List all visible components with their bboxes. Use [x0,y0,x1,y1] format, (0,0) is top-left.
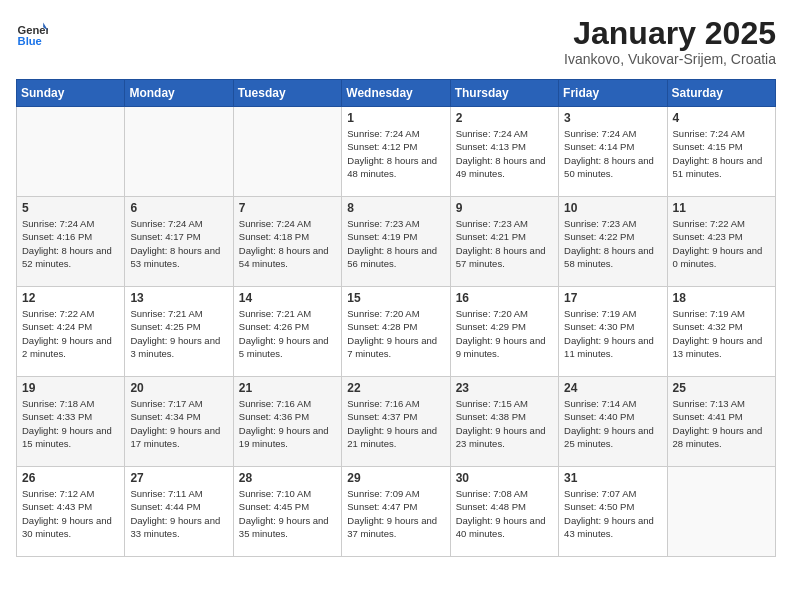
day-header-saturday: Saturday [667,80,775,107]
calendar-cell: 24Sunrise: 7:14 AM Sunset: 4:40 PM Dayli… [559,377,667,467]
day-header-sunday: Sunday [17,80,125,107]
day-info: Sunrise: 7:07 AM Sunset: 4:50 PM Dayligh… [564,487,661,540]
day-number: 22 [347,381,444,395]
day-info: Sunrise: 7:24 AM Sunset: 4:15 PM Dayligh… [673,127,770,180]
day-info: Sunrise: 7:24 AM Sunset: 4:12 PM Dayligh… [347,127,444,180]
calendar-cell: 30Sunrise: 7:08 AM Sunset: 4:48 PM Dayli… [450,467,558,557]
calendar-cell: 16Sunrise: 7:20 AM Sunset: 4:29 PM Dayli… [450,287,558,377]
day-number: 12 [22,291,119,305]
day-header-friday: Friday [559,80,667,107]
day-info: Sunrise: 7:09 AM Sunset: 4:47 PM Dayligh… [347,487,444,540]
calendar-cell [17,107,125,197]
calendar-subtitle: Ivankovo, Vukovar-Srijem, Croatia [564,51,776,67]
week-row-3: 12Sunrise: 7:22 AM Sunset: 4:24 PM Dayli… [17,287,776,377]
week-row-2: 5Sunrise: 7:24 AM Sunset: 4:16 PM Daylig… [17,197,776,287]
calendar-cell: 26Sunrise: 7:12 AM Sunset: 4:43 PM Dayli… [17,467,125,557]
calendar-cell: 7Sunrise: 7:24 AM Sunset: 4:18 PM Daylig… [233,197,341,287]
day-info: Sunrise: 7:21 AM Sunset: 4:26 PM Dayligh… [239,307,336,360]
calendar-cell: 6Sunrise: 7:24 AM Sunset: 4:17 PM Daylig… [125,197,233,287]
day-info: Sunrise: 7:22 AM Sunset: 4:24 PM Dayligh… [22,307,119,360]
day-header-tuesday: Tuesday [233,80,341,107]
calendar-cell: 22Sunrise: 7:16 AM Sunset: 4:37 PM Dayli… [342,377,450,467]
day-info: Sunrise: 7:15 AM Sunset: 4:38 PM Dayligh… [456,397,553,450]
day-number: 24 [564,381,661,395]
day-info: Sunrise: 7:24 AM Sunset: 4:13 PM Dayligh… [456,127,553,180]
svg-text:Blue: Blue [18,35,42,47]
day-number: 21 [239,381,336,395]
day-info: Sunrise: 7:19 AM Sunset: 4:32 PM Dayligh… [673,307,770,360]
calendar-cell: 5Sunrise: 7:24 AM Sunset: 4:16 PM Daylig… [17,197,125,287]
day-number: 3 [564,111,661,125]
day-info: Sunrise: 7:24 AM Sunset: 4:18 PM Dayligh… [239,217,336,270]
day-info: Sunrise: 7:23 AM Sunset: 4:19 PM Dayligh… [347,217,444,270]
page-header: General Blue January 2025 Ivankovo, Vuko… [16,16,776,67]
day-number: 19 [22,381,119,395]
day-info: Sunrise: 7:08 AM Sunset: 4:48 PM Dayligh… [456,487,553,540]
day-number: 17 [564,291,661,305]
calendar-cell: 28Sunrise: 7:10 AM Sunset: 4:45 PM Dayli… [233,467,341,557]
calendar-cell: 27Sunrise: 7:11 AM Sunset: 4:44 PM Dayli… [125,467,233,557]
day-number: 11 [673,201,770,215]
calendar-cell [125,107,233,197]
day-number: 7 [239,201,336,215]
title-block: January 2025 Ivankovo, Vukovar-Srijem, C… [564,16,776,67]
day-number: 5 [22,201,119,215]
day-number: 30 [456,471,553,485]
calendar-cell [667,467,775,557]
calendar-table: SundayMondayTuesdayWednesdayThursdayFrid… [16,79,776,557]
calendar-title: January 2025 [564,16,776,51]
day-header-thursday: Thursday [450,80,558,107]
calendar-cell: 19Sunrise: 7:18 AM Sunset: 4:33 PM Dayli… [17,377,125,467]
day-info: Sunrise: 7:16 AM Sunset: 4:37 PM Dayligh… [347,397,444,450]
calendar-cell: 2Sunrise: 7:24 AM Sunset: 4:13 PM Daylig… [450,107,558,197]
day-number: 31 [564,471,661,485]
day-number: 28 [239,471,336,485]
day-number: 27 [130,471,227,485]
week-row-5: 26Sunrise: 7:12 AM Sunset: 4:43 PM Dayli… [17,467,776,557]
week-row-1: 1Sunrise: 7:24 AM Sunset: 4:12 PM Daylig… [17,107,776,197]
calendar-cell: 14Sunrise: 7:21 AM Sunset: 4:26 PM Dayli… [233,287,341,377]
calendar-cell: 12Sunrise: 7:22 AM Sunset: 4:24 PM Dayli… [17,287,125,377]
day-info: Sunrise: 7:10 AM Sunset: 4:45 PM Dayligh… [239,487,336,540]
day-info: Sunrise: 7:24 AM Sunset: 4:14 PM Dayligh… [564,127,661,180]
calendar-cell: 10Sunrise: 7:23 AM Sunset: 4:22 PM Dayli… [559,197,667,287]
day-number: 26 [22,471,119,485]
day-header-wednesday: Wednesday [342,80,450,107]
day-number: 10 [564,201,661,215]
calendar-cell: 9Sunrise: 7:23 AM Sunset: 4:21 PM Daylig… [450,197,558,287]
day-info: Sunrise: 7:11 AM Sunset: 4:44 PM Dayligh… [130,487,227,540]
calendar-cell: 15Sunrise: 7:20 AM Sunset: 4:28 PM Dayli… [342,287,450,377]
day-info: Sunrise: 7:20 AM Sunset: 4:29 PM Dayligh… [456,307,553,360]
day-number: 1 [347,111,444,125]
day-number: 9 [456,201,553,215]
calendar-cell: 17Sunrise: 7:19 AM Sunset: 4:30 PM Dayli… [559,287,667,377]
day-info: Sunrise: 7:23 AM Sunset: 4:21 PM Dayligh… [456,217,553,270]
day-header-monday: Monday [125,80,233,107]
calendar-cell: 20Sunrise: 7:17 AM Sunset: 4:34 PM Dayli… [125,377,233,467]
calendar-cell: 31Sunrise: 7:07 AM Sunset: 4:50 PM Dayli… [559,467,667,557]
day-info: Sunrise: 7:12 AM Sunset: 4:43 PM Dayligh… [22,487,119,540]
day-number: 18 [673,291,770,305]
calendar-cell [233,107,341,197]
day-info: Sunrise: 7:23 AM Sunset: 4:22 PM Dayligh… [564,217,661,270]
week-row-4: 19Sunrise: 7:18 AM Sunset: 4:33 PM Dayli… [17,377,776,467]
day-number: 16 [456,291,553,305]
day-info: Sunrise: 7:16 AM Sunset: 4:36 PM Dayligh… [239,397,336,450]
day-info: Sunrise: 7:17 AM Sunset: 4:34 PM Dayligh… [130,397,227,450]
day-number: 8 [347,201,444,215]
day-number: 20 [130,381,227,395]
day-info: Sunrise: 7:21 AM Sunset: 4:25 PM Dayligh… [130,307,227,360]
day-number: 4 [673,111,770,125]
day-info: Sunrise: 7:24 AM Sunset: 4:17 PM Dayligh… [130,217,227,270]
day-number: 29 [347,471,444,485]
logo: General Blue [16,16,48,48]
day-info: Sunrise: 7:24 AM Sunset: 4:16 PM Dayligh… [22,217,119,270]
calendar-cell: 8Sunrise: 7:23 AM Sunset: 4:19 PM Daylig… [342,197,450,287]
day-info: Sunrise: 7:19 AM Sunset: 4:30 PM Dayligh… [564,307,661,360]
calendar-cell: 18Sunrise: 7:19 AM Sunset: 4:32 PM Dayli… [667,287,775,377]
calendar-cell: 13Sunrise: 7:21 AM Sunset: 4:25 PM Dayli… [125,287,233,377]
day-number: 14 [239,291,336,305]
logo-icon: General Blue [16,16,48,48]
day-number: 23 [456,381,553,395]
calendar-cell: 25Sunrise: 7:13 AM Sunset: 4:41 PM Dayli… [667,377,775,467]
